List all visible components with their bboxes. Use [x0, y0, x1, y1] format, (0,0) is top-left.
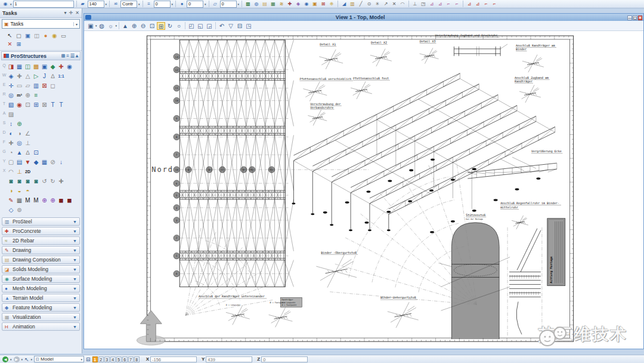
tool-icon[interactable]: ◔ [7, 149, 15, 156]
back-icon[interactable]: ◀ [2, 356, 8, 362]
tool-icon[interactable]: ▣ [24, 32, 32, 39]
tool-icon[interactable]: J [41, 72, 48, 80]
chevron-down-icon[interactable]: ▾ [106, 2, 107, 6]
tool-icon[interactable]: ◻ [49, 82, 57, 90]
section-visualization[interactable]: ▦Visualization▼ [2, 313, 80, 321]
tool-icon[interactable]: ◠ [7, 168, 15, 176]
tool-icon[interactable]: ▭ [16, 82, 23, 90]
coord-field-y[interactable]: 439 [206, 356, 252, 362]
tool-icon[interactable]: ▲ [16, 149, 23, 156]
toolbar-icon[interactable]: ◉ [303, 1, 310, 8]
attribute-combo[interactable]: 0 [154, 1, 171, 8]
tool-icon[interactable]: ◓ [24, 187, 32, 195]
section-mesh-modeling[interactable]: ●Mesh Modeling▼ [2, 284, 80, 293]
view-tool-icon[interactable]: ◍ [98, 22, 106, 30]
tool-icon[interactable]: ↕ [7, 120, 15, 128]
toolbar-icon[interactable]: ◠ [399, 1, 406, 8]
section-feature-modeling[interactable]: ◆Feature Modeling▼ [2, 303, 80, 312]
view-tool-icon[interactable]: ▽ [227, 22, 235, 30]
attribute-icon[interactable]: ▱ [212, 1, 219, 8]
active-element-icon[interactable]: ◉ [2, 1, 9, 8]
tool-icon[interactable]: △ [24, 72, 32, 80]
pointer-tool-icon[interactable]: ↖ [24, 356, 29, 362]
tool-icon[interactable]: ↖ [6, 32, 14, 39]
toolbar-icon[interactable]: ⌐ [482, 1, 490, 8]
toolbar-icon[interactable]: ❈ [328, 1, 335, 8]
view-tool-icon[interactable]: ☼ [107, 22, 115, 30]
tool-icon[interactable]: T [57, 101, 65, 109]
view-toggle-4[interactable]: 4 [110, 356, 116, 362]
attribute-icon[interactable]: ≌ [112, 1, 119, 8]
attribute-icon[interactable]: ▰ [79, 1, 86, 8]
view-tool-icon[interactable]: ⊞ [157, 22, 165, 30]
tool-icon[interactable]: ⊕ [49, 196, 57, 204]
tool-icon[interactable]: ▷ [32, 72, 40, 80]
tool-icon[interactable]: ✚ [57, 177, 65, 185]
section-proconcrete[interactable]: ✚ProConcrete▼ [2, 227, 80, 235]
tool-icon[interactable]: ✚ [57, 63, 65, 70]
tool-icon[interactable]: ▥ [32, 82, 40, 90]
view-tool-icon[interactable]: ◳ [244, 22, 253, 30]
layout-list-icon[interactable]: ≡ [66, 53, 69, 59]
tool-icon[interactable]: ▼ [24, 158, 32, 166]
view-toggle-8[interactable]: 8 [134, 356, 140, 362]
tool-icon[interactable]: ◑ [16, 130, 23, 137]
tool-icon[interactable]: ▤ [16, 158, 23, 166]
toolbar-icon[interactable]: ✚ [286, 1, 293, 8]
toolbar-icon[interactable]: ▩ [244, 1, 252, 8]
toolbar-icon[interactable]: ⌐ [445, 1, 452, 8]
view-tool-icon[interactable]: ◱ [196, 22, 205, 30]
toolbar-icon[interactable]: ◍ [253, 1, 260, 8]
tool-icon[interactable]: ◐ [7, 130, 15, 137]
chevron-down-icon[interactable]: ▾ [172, 2, 174, 6]
toolbar-icon[interactable]: ⊿ [474, 1, 481, 8]
attribute-combo[interactable]: 0 [220, 1, 237, 8]
tool-icon[interactable]: ▭ [60, 32, 67, 39]
tool-icon[interactable]: ✎ [7, 196, 15, 204]
section-animation[interactable]: HAnimation▼ [2, 322, 80, 331]
tool-icon[interactable]: ● [42, 32, 49, 39]
tool-icon[interactable]: ⊞ [32, 101, 40, 109]
section-prosteel[interactable]: ▥ProSteel▼ [2, 217, 80, 226]
view-toggle-6[interactable]: 6 [122, 356, 128, 362]
tool-icon[interactable]: ⊥ [16, 168, 23, 176]
toolbar-icon[interactable]: ✳ [374, 1, 381, 8]
tool-icon[interactable]: ⊘ [49, 158, 57, 166]
tool-icon[interactable]: 2D [24, 168, 32, 176]
toolbar-icon[interactable]: ⊿ [466, 1, 473, 8]
drawing-canvas[interactable]: Achtung MontageRandträgerO = LospunktØ =… [84, 31, 643, 349]
toolbar-icon[interactable]: ✕ [391, 1, 398, 8]
pin-icon[interactable]: ✛ [69, 10, 73, 16]
view-toggle-2[interactable]: 2 [98, 356, 104, 362]
attribute-combo[interactable]: 0 [187, 1, 203, 8]
tool-icon[interactable]: ✚ [7, 139, 15, 147]
prostructures-header[interactable]: ProStructures ⊞ ≡ ☰ ▴ [1, 51, 80, 60]
model-selector[interactable]: ⊡ Model ▾ [34, 356, 84, 362]
tool-icon[interactable]: ∠ [24, 130, 32, 137]
tool-icon[interactable]: ∆ [49, 72, 57, 80]
tool-icon[interactable]: ◇ [7, 206, 15, 214]
tasks-dropdown[interactable]: ▣ Tasks ▾ [2, 19, 80, 29]
view-tool-icon[interactable]: ▲ [121, 22, 129, 30]
tool-icon[interactable]: ◉ [66, 63, 73, 70]
section-surface-modeling[interactable]: ◉Surface Modeling▼ [2, 275, 80, 283]
tool-icon[interactable]: ◙ [7, 177, 15, 185]
chevron-down-icon[interactable]: ▾ [64, 10, 67, 16]
toolbar-icon[interactable]: ╱ [357, 1, 364, 8]
chevron-down-icon[interactable]: ▾ [138, 2, 140, 6]
toolbar-icon[interactable]: ↗ [382, 1, 389, 8]
toolbar-icon[interactable]: ⊥ [411, 1, 419, 8]
chevron-down-icon[interactable]: ▾ [205, 2, 206, 6]
view-toggle-7[interactable]: 7 [128, 356, 134, 362]
attribute-icon[interactable]: ≡ [145, 1, 153, 8]
chevron-down-icon[interactable]: ▾ [21, 358, 23, 361]
chevron-down-icon[interactable]: ▾ [31, 358, 33, 361]
section-2d-rebar[interactable]: ≈2D Rebar▼ [2, 236, 80, 245]
tool-icon[interactable]: ◙ [16, 177, 23, 185]
toolbar-icon[interactable]: ▣ [311, 1, 318, 8]
tool-icon[interactable]: ◉ [16, 101, 23, 109]
view-tool-icon[interactable]: ○ [175, 22, 183, 30]
coord-field-x[interactable]: -156 [150, 356, 197, 362]
attribute-combo[interactable]: 140 [88, 1, 104, 8]
toolbar-icon[interactable]: ⊙ [366, 1, 373, 8]
